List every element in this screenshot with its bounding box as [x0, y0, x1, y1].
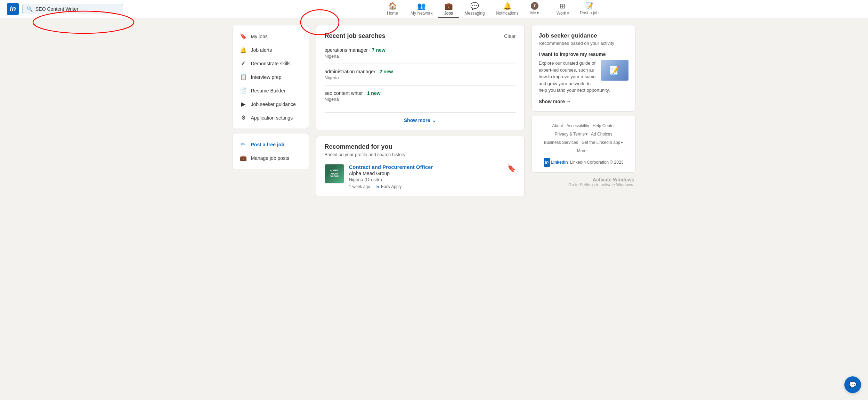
search-name-text: operations manager — [325, 47, 368, 53]
linkedin-icon: in — [375, 185, 379, 189]
footer-ad-choices-link[interactable]: Ad Choices — [591, 130, 612, 138]
job-meta: 1 week ago · in Easy Apply — [349, 184, 502, 189]
left-sidebar: 🔖 My jobs 🔔 Job alerts ✓ Demonstrate ski… — [233, 25, 309, 196]
nav-divider — [548, 4, 548, 14]
show-more-button[interactable]: Show more ⌄ — [325, 112, 516, 123]
sidebar-item-job-alerts[interactable]: 🔔 Job alerts — [233, 43, 309, 57]
interview-prep-label: Interview prep — [251, 74, 282, 80]
home-icon: 🏠 — [388, 2, 397, 10]
recent-search-item-admin-manager[interactable]: administration manager · 2 new Nigeria — [325, 64, 516, 85]
business-services-dropdown-icon: ▾ — [621, 138, 623, 147]
activate-windows-notice: Activate Windows Go to Settings to activ… — [532, 177, 636, 187]
sidebar-item-demonstrate-skills[interactable]: ✓ Demonstrate skills — [233, 57, 309, 70]
sidebar-item-resume-builder[interactable]: 📄 Resume Builder — [233, 84, 309, 97]
search-location: Nigeria — [325, 75, 516, 80]
footer-accessibility-link[interactable]: Accessibility — [566, 122, 589, 130]
search-new-count: 7 new — [372, 47, 386, 53]
job-alerts-icon: 🔔 — [240, 47, 247, 53]
linkedin-logo[interactable]: in — [7, 3, 19, 15]
search-input[interactable] — [35, 6, 119, 12]
recommended-subtitle: Based on your profile and search history — [325, 152, 516, 157]
sidebar-item-post-free-job[interactable]: ✏ Post a free job — [233, 138, 309, 151]
job-title[interactable]: Contract and Procurement Officer — [349, 164, 502, 170]
post-job-label: Post a job — [580, 10, 599, 15]
footer-business-services-link[interactable]: Get the LinkedIn app ▾ — [582, 138, 623, 147]
navbar-center: 🏠 Home 👥 My Network 💼 Jobs 💬 Messaging 🔔… — [123, 0, 861, 18]
top-navbar: in 🔍 🏠 Home 👥 My Network 💼 Jobs 💬 Messag… — [0, 0, 868, 18]
footer-about-link[interactable]: About — [552, 122, 563, 130]
resume-builder-icon: 📄 — [240, 87, 247, 94]
main-layout: 🔖 My jobs 🔔 Job alerts ✓ Demonstrate ski… — [226, 25, 643, 196]
recommended-card: Recommended for you Based on your profil… — [316, 136, 525, 196]
messaging-icon: 💬 — [470, 2, 479, 10]
search-bar[interactable]: 🔍 — [22, 4, 123, 14]
jobs-label: Jobs — [444, 11, 453, 16]
job-alerts-label: Job alerts — [251, 47, 272, 53]
bookmark-button[interactable]: 🔖 — [507, 164, 516, 172]
job-meta-separator: · — [372, 184, 373, 189]
guidance-item-content: I want to improve my resume 📝 Explore ou… — [539, 51, 628, 94]
footer-copyright: LinkedIn Corporation © 2023 — [570, 158, 624, 166]
sidebar-item-manage-job-posts[interactable]: 💼 Manage job posts — [233, 151, 309, 165]
right-sidebar: Job seeker guidance Recommended based on… — [532, 25, 636, 196]
easy-apply-label: Easy Apply — [381, 184, 401, 189]
nav-item-me[interactable]: T Me▾ — [524, 0, 545, 18]
demonstrate-skills-icon: ✓ — [240, 60, 247, 67]
search-separator: · — [369, 47, 372, 53]
sidebar-item-application-settings[interactable]: ⚙ Application settings — [233, 111, 309, 124]
footer-row-1: About Accessibility Help Center — [537, 122, 630, 130]
resume-builder-label: Resume Builder — [251, 88, 286, 93]
footer-li-logo-box: in — [544, 158, 550, 167]
job-logo-text: ALPHA MEAD GROUP — [326, 169, 342, 178]
chat-bubble[interactable]: 💬 — [844, 376, 861, 393]
footer-get-app-link[interactable]: More — [577, 147, 586, 155]
nav-item-my-network[interactable]: 👥 My Network — [405, 0, 438, 18]
footer-row-3: Business Services Get the LinkedIn app ▾ — [537, 138, 630, 147]
me-avatar: T — [531, 2, 538, 10]
business-services-label: Get the LinkedIn app — [582, 138, 620, 147]
sidebar-item-interview-prep[interactable]: 📋 Interview prep — [233, 70, 309, 84]
sidebar-item-job-seeker-guidance[interactable]: ▶ Job seeker guidance — [233, 97, 309, 111]
search-location: Nigeria — [325, 54, 516, 59]
nav-item-messaging[interactable]: 💬 Messaging — [459, 0, 490, 18]
messaging-label: Messaging — [464, 11, 485, 16]
center-content: Recent job searches Clear operations man… — [316, 25, 525, 196]
my-jobs-label: My jobs — [251, 34, 268, 39]
privacy-terms-label: Privacy & Terms — [555, 130, 585, 138]
guidance-subtitle: Recommended based on your activity — [539, 41, 628, 46]
nav-item-post-job[interactable]: 📝 Post a job — [575, 0, 604, 18]
nav-item-notifications[interactable]: 🔔 Notifications — [490, 0, 524, 18]
footer-help-center-link[interactable]: Help Center — [593, 122, 615, 130]
work-dropdown-icon: ▾ — [567, 11, 569, 16]
nav-item-jobs[interactable]: 💼 Jobs — [438, 0, 459, 18]
footer-advertising-link[interactable]: Business Services — [544, 138, 578, 147]
nav-item-work[interactable]: ⊞ Work▾ — [551, 0, 575, 18]
application-settings-label: Application settings — [251, 115, 293, 121]
post-free-job-label: Post a free job — [251, 142, 284, 147]
sidebar-item-my-jobs[interactable]: 🔖 My jobs — [233, 30, 309, 43]
recent-search-item-seo-writer[interactable]: seo content writer · 1 new Nigeria — [325, 85, 516, 107]
nav-item-home[interactable]: 🏠 Home — [380, 0, 405, 18]
search-item-name: operations manager · 7 new — [325, 47, 516, 53]
footer-privacy-terms-link[interactable]: Privacy & Terms ▾ — [555, 130, 587, 138]
sidebar-nav-card: 🔖 My jobs 🔔 Job alerts ✓ Demonstrate ski… — [233, 25, 309, 129]
guidance-title: Job seeker guidance — [539, 32, 628, 39]
footer-linkedin-logo: in LinkedIn — [544, 158, 568, 167]
clear-button[interactable]: Clear — [504, 33, 516, 39]
footer-logo-row: in LinkedIn LinkedIn Corporation © 2023 — [537, 158, 630, 167]
search-name-text: administration manager — [325, 69, 375, 74]
application-settings-icon: ⚙ — [240, 114, 247, 121]
privacy-terms-dropdown-icon: ▾ — [585, 130, 587, 138]
recent-search-item-ops-manager[interactable]: operations manager · 7 new Nigeria — [325, 42, 516, 64]
my-network-icon: 👥 — [417, 2, 426, 10]
notifications-icon: 🔔 — [503, 2, 512, 10]
guidance-show-more[interactable]: Show more → — [539, 99, 628, 104]
job-company: Alpha Mead Group — [349, 171, 502, 176]
recent-searches-header: Recent job searches Clear — [325, 32, 516, 40]
guidance-item-title: I want to improve my resume — [539, 51, 628, 57]
footer-li-text: LinkedIn — [551, 158, 568, 166]
recent-searches-title: Recent job searches — [325, 32, 386, 40]
search-new-count: 2 new — [379, 69, 393, 74]
job-seeker-guidance-icon: ▶ — [240, 101, 247, 107]
me-dropdown-icon: ▾ — [537, 10, 539, 15]
